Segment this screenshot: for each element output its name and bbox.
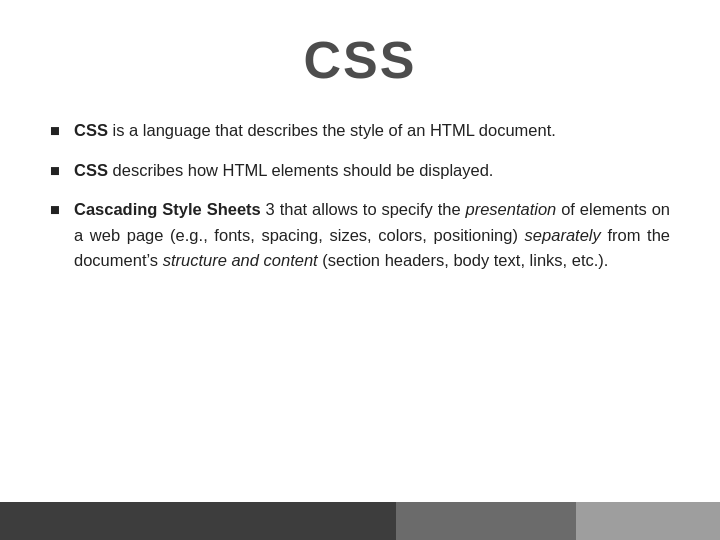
bottom-bar	[0, 502, 720, 540]
bullet-label-2: CSS	[74, 161, 108, 179]
slide-content: ■ CSS is a language that describes the s…	[50, 118, 670, 288]
bullet-marker-1: ■	[50, 118, 72, 144]
bullet-label-3: Cascading Style Sheets	[74, 200, 261, 218]
bullet-3: ■ Cascading Style Sheets 3 that allows t…	[50, 197, 670, 274]
italic-structure: structure and content	[163, 251, 318, 269]
bullet-text-1: CSS is a language that describes the sty…	[74, 118, 670, 144]
bullet-marker-3: ■	[50, 197, 72, 223]
slide-title: CSS	[304, 30, 417, 90]
bottom-bar-dark	[0, 502, 396, 540]
bottom-bar-light	[576, 502, 720, 540]
bullet-marker-2: ■	[50, 158, 72, 184]
bullet-text-2: CSS describes how HTML elements should b…	[74, 158, 670, 184]
bottom-bar-mid	[396, 502, 576, 540]
italic-separately: separately	[525, 226, 601, 244]
bullet-2: ■ CSS describes how HTML elements should…	[50, 158, 670, 184]
bullet-text-3: Cascading Style Sheets 3 that allows to …	[74, 197, 670, 274]
bullet-body-2: describes how HTML elements should be di…	[113, 161, 494, 179]
bullet-label-1: CSS	[74, 121, 108, 139]
bullet-1: ■ CSS is a language that describes the s…	[50, 118, 670, 144]
italic-presentation: presentation	[465, 200, 556, 218]
slide: CSS ■ CSS is a language that describes t…	[0, 0, 720, 540]
bullet-body-1: is a language that describes the style o…	[113, 121, 556, 139]
